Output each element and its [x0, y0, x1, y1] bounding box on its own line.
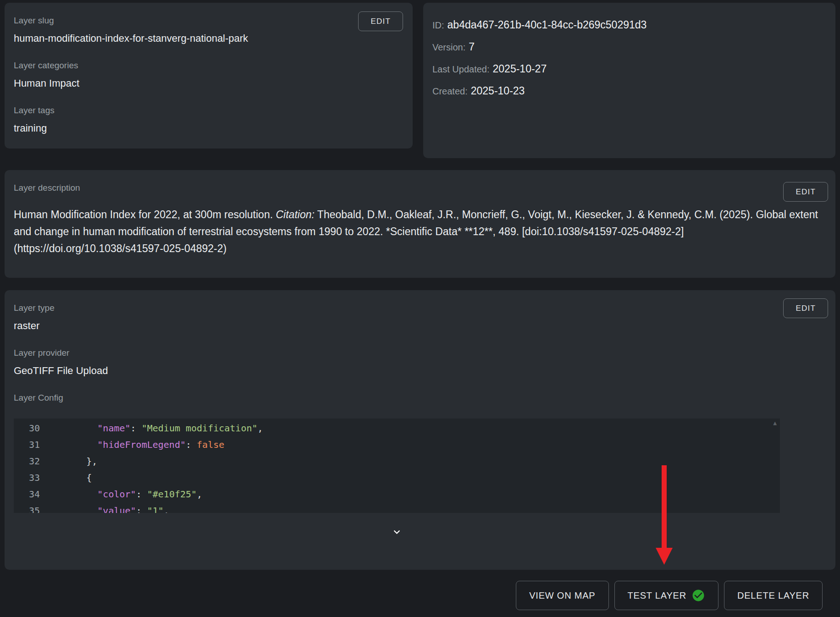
id-value: ab4da467-261b-40c1-84cc-b269c50291d3 [448, 19, 647, 31]
layer-slug-value: human-modification-index-for-stanverg-na… [14, 32, 403, 45]
view-on-map-label: VIEW ON MAP [529, 590, 595, 601]
layer-provider-label: Layer provider [14, 348, 826, 358]
layer-details-page: EDIT Layer slug human-modification-index… [0, 0, 840, 617]
version-label: Version: [432, 42, 465, 52]
layer-type-label: Layer type [14, 303, 826, 313]
test-layer-label: TEST LAYER [628, 590, 686, 601]
delete-layer-label: DELETE LAYER [737, 590, 809, 601]
created-label: Created: [432, 86, 468, 96]
layer-categories-value: Human Impact [14, 77, 403, 90]
description-citation-label: Citation: [276, 209, 315, 220]
chevron-down-icon [391, 526, 403, 538]
layer-description-text: Human Modification Index for 2022, at 30… [14, 206, 825, 257]
code-line: 30 "name": "Medium modification", [14, 420, 780, 436]
layer-tags-label: Layer tags [14, 105, 403, 116]
layer-tags-value: training [14, 122, 403, 135]
content-area: EDIT Layer slug human-modification-index… [0, 0, 840, 610]
last-updated-row: Last Updated:2025-10-27 [432, 62, 826, 77]
created-row: Created:2025-10-23 [432, 84, 826, 99]
code-line: 34 "color": "#e10f25", [14, 486, 780, 502]
layer-config-code-editor[interactable]: ▲ 30 "name": "Medium modification",31 "h… [14, 419, 780, 513]
edit-meta-button[interactable]: EDIT [358, 11, 403, 31]
code-line: 32 }, [14, 453, 780, 469]
version-row: Version:7 [432, 40, 826, 55]
layer-provider-value: GeoTIFF File Upload [14, 364, 826, 377]
top-row: EDIT Layer slug human-modification-index… [5, 3, 835, 158]
layer-type-value: raster [14, 320, 826, 332]
layer-description-label: Layer description [14, 183, 826, 193]
description-text-before: Human Modification Index for 2022, at 30… [14, 209, 276, 220]
layer-tags-field: Layer tags training [14, 105, 403, 135]
layer-categories-label: Layer categories [14, 61, 403, 71]
edit-description-button[interactable]: EDIT [783, 182, 828, 202]
test-layer-button[interactable]: TEST LAYER [614, 581, 718, 610]
code-line: 35 "value": "1", [14, 502, 780, 513]
layer-type-field: Layer type raster [14, 303, 826, 332]
scrollbar-up-icon[interactable]: ▲ [773, 420, 777, 426]
layer-slug-field: Layer slug human-modification-index-for-… [14, 16, 403, 45]
edit-config-button[interactable]: EDIT [783, 298, 828, 318]
action-buttons-row: VIEW ON MAP TEST LAYER DELETE LAYER [5, 581, 835, 610]
id-label: ID: [432, 20, 444, 30]
layer-slug-label: Layer slug [14, 16, 403, 26]
delete-layer-button[interactable]: DELETE LAYER [724, 581, 823, 610]
layer-meta-card: EDIT Layer slug human-modification-index… [5, 3, 413, 149]
created-value: 2025-10-23 [471, 85, 525, 97]
layer-description-card: EDIT Layer description Human Modificatio… [5, 170, 835, 278]
check-circle-icon [691, 589, 705, 602]
layer-info-card: ID:ab4da467-261b-40c1-84cc-b269c50291d3 … [423, 3, 835, 158]
layer-config-card: EDIT Layer type raster Layer provider Ge… [5, 290, 835, 570]
layer-provider-field: Layer provider GeoTIFF File Upload [14, 348, 826, 377]
last-updated-label: Last Updated: [432, 64, 490, 74]
last-updated-value: 2025-10-27 [493, 63, 547, 75]
version-value: 7 [469, 41, 475, 53]
code-line: 33 { [14, 469, 780, 486]
view-on-map-button[interactable]: VIEW ON MAP [516, 581, 608, 610]
expand-config-button[interactable] [385, 524, 409, 540]
layer-config-label: Layer Config [14, 393, 826, 403]
id-row: ID:ab4da467-261b-40c1-84cc-b269c50291d3 [432, 18, 826, 33]
layer-categories-field: Layer categories Human Impact [14, 61, 403, 90]
code-line: 31 "hideFromLegend": false [14, 436, 780, 453]
